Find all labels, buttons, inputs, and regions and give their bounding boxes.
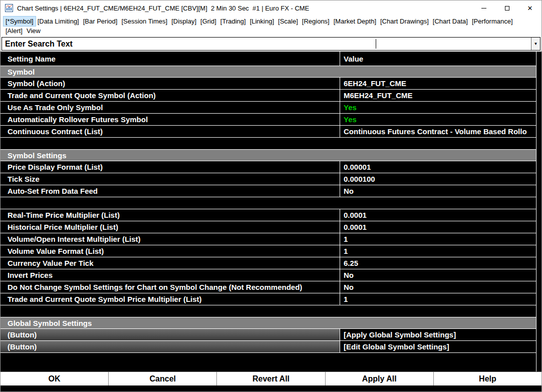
section-title: Symbol Settings [8,151,67,160]
menu-item-data-limiting[interactable]: [Data Limiting] [36,17,81,26]
setting-value[interactable]: No [340,269,536,281]
column-header-value: Value [340,52,536,66]
window-title: Chart Settings | 6EH24_FUT_CME/M6EH24_FU… [17,5,472,12]
setting-name: Trade and Current Quote Symbol (Action) [1,90,340,101]
setting-name: Invert Prices [1,269,340,281]
search-box: ▼ [2,37,540,51]
revert-all-button[interactable]: Revert All [217,372,325,385]
search-input[interactable] [2,38,540,50]
footer-buttons: OKCancelRevert AllApply AllHelp [1,371,541,385]
table-right-border [536,52,536,371]
setting-row-tick-size: Tick Size0.000100 [1,173,536,185]
menu-row-1: [*Symbol][Data Limiting][Bar Period][Ses… [4,17,538,26]
setting-value[interactable]: 1 [340,245,536,257]
setting-value[interactable]: No [340,185,536,197]
setting-value[interactable]: Yes [340,102,536,113]
setting-name: Price Display Format (List) [1,161,340,173]
chevron-down-icon: ▼ [534,42,538,46]
table-header-row: Setting Name Value [1,52,536,66]
menu-item-alert[interactable]: [Alert] [4,26,25,36]
menu-item-grid[interactable]: [Grid] [198,17,218,26]
setting-row-historical-price-multiplier-list: Historical Price Multiplier (List)0.0001 [1,221,536,233]
ok-button[interactable]: OK [1,372,109,385]
setting-name: Auto-Set From Data Feed [1,185,340,197]
menu-item-performance[interactable]: [Performance] [470,17,515,26]
maximize-button[interactable] [495,1,518,16]
setting-name: Historical Price Multiplier (List) [1,221,340,233]
titlebar: Chart Settings | 6EH24_FUT_CME/M6EH24_FU… [1,1,541,16]
minimize-icon [481,8,486,9]
setting-value[interactable]: 1 [340,293,536,305]
spacer-row [1,305,536,317]
setting-row-trade-and-current-quote-symbol-price-multiplier-list: Trade and Current Quote Symbol Price Mul… [1,293,536,305]
setting-name: Tick Size [1,173,340,185]
setting-name: Volume Value Format (List) [1,245,340,257]
section-title: Symbol [8,68,35,76]
setting-value[interactable]: 1 [340,233,536,245]
help-button[interactable]: Help [434,372,541,385]
setting-name: Use As Trade Only Symbol [1,102,340,113]
spacer-row [1,197,536,209]
menu-item-chart-data[interactable]: [Chart Data] [431,17,470,26]
setting-value[interactable]: M6EH24_FUT_CME [340,90,536,101]
setting-row-currency-value-per-tick: Currency Value Per Tick6.25 [1,257,536,269]
setting-row-button: (Button)[Apply Global Symbol Settings] [1,329,536,341]
setting-value[interactable]: 6EH24_FUT_CME [340,78,536,89]
section-row-symbol-settings: Symbol Settings [1,150,536,161]
setting-value[interactable]: Continuous Futures Contract - Volume Bas… [340,126,536,137]
setting-name[interactable]: (Button) [1,341,340,352]
setting-value[interactable]: Yes [340,114,536,125]
setting-name[interactable]: (Button) [1,329,340,340]
text-caret [376,39,376,49]
setting-row-do-not-change-symbol-settings-for-chart-on-symbol-change-not-recommended: Do Not Change Symbol Settings for Chart … [1,281,536,293]
spacer-row [1,138,536,150]
section-title: Global Symbol Settings [8,319,92,327]
menu-item-trading[interactable]: [Trading] [218,17,248,26]
setting-row-automatically-rollover-futures-symbol: Automatically Rollover Futures SymbolYes [1,114,536,126]
menubar: [*Symbol][Data Limiting][Bar Period][Ses… [1,16,541,37]
menu-item-symbol[interactable]: [*Symbol] [4,17,36,26]
setting-row-volume-value-format-list: Volume Value Format (List)1 [1,245,536,257]
setting-value[interactable]: 0.00001 [340,161,536,173]
cancel-button[interactable]: Cancel [109,372,217,385]
maximize-icon [505,6,509,11]
column-header-setting-name: Setting Name [1,52,340,66]
setting-row-button: (Button)[Edit Global Symbol Settings] [1,341,536,353]
menu-item-bar-period[interactable]: [Bar Period] [81,17,120,26]
settings-table: Setting Name Value SymbolSymbol (Action)… [1,52,541,371]
searchbar: ▼ [1,37,541,52]
menu-item-view[interactable]: View [25,26,43,36]
menu-item-scale[interactable]: [Scale] [276,17,300,26]
apply-all-button[interactable]: Apply All [326,372,434,385]
setting-row-trade-and-current-quote-symbol-action: Trade and Current Quote Symbol (Action)M… [1,90,536,102]
section-row-symbol: Symbol [1,66,536,78]
setting-name: Currency Value Per Tick [1,257,340,269]
setting-name: Volume/Open Interest Multiplier (List) [1,233,340,245]
setting-value[interactable]: 0.000100 [340,173,536,185]
setting-value[interactable]: 0.0001 [340,221,536,233]
bottom-strip [1,385,541,391]
menu-item-session-times[interactable]: [Session Times] [119,17,169,26]
close-button[interactable]: ✕ [518,1,541,16]
section-row-global-symbol-settings: Global Symbol Settings [1,317,536,329]
setting-row-price-display-format-list: Price Display Format (List)0.00001 [1,161,536,173]
search-dropdown-button[interactable]: ▼ [531,38,540,50]
setting-value[interactable]: 6.25 [340,257,536,269]
minimize-button[interactable] [472,1,495,16]
setting-name: Automatically Rollover Futures Symbol [1,114,340,125]
setting-row-continuous-contract-list: Continuous Contract (List)Continuous Fut… [1,126,536,138]
menu-item-display[interactable]: [Display] [169,17,198,26]
setting-value[interactable]: 0.0001 [340,209,536,221]
chart-settings-window: Chart Settings | 6EH24_FUT_CME/M6EH24_FU… [0,0,542,392]
setting-value[interactable]: No [340,281,536,293]
menu-item-chart-drawings[interactable]: [Chart Drawings] [378,17,431,26]
setting-row-use-as-trade-only-symbol: Use As Trade Only SymbolYes [1,102,536,114]
setting-name: Continuous Contract (List) [1,126,340,137]
setting-value[interactable]: [Edit Global Symbol Settings] [340,341,536,352]
setting-value[interactable]: [Apply Global Symbol Settings] [340,329,536,340]
setting-row-volume-open-interest-multiplier-list: Volume/Open Interest Multiplier (List)1 [1,233,536,245]
menu-item-market-depth[interactable]: [Market Depth] [332,17,378,26]
menu-item-regions[interactable]: [Regions] [300,17,332,26]
setting-name: Real-Time Price Multiplier (List) [1,209,340,221]
menu-item-linking[interactable]: [Linking] [248,17,276,26]
